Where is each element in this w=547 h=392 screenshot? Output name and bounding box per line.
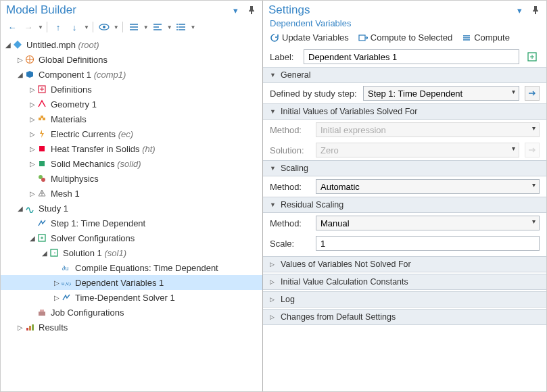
- expand-icon[interactable]: ▷: [52, 279, 62, 287]
- chevron-right-icon: ▷: [270, 261, 277, 268]
- svg-text:∂u: ∂u: [62, 265, 68, 272]
- node-suffix: (ec): [118, 129, 133, 139]
- section-title: Initial Values of Variables Solved For: [281, 107, 417, 116]
- svg-rect-12: [39, 161, 45, 166]
- study-step-select[interactable]: Step 1: Time Dependent: [363, 86, 519, 101]
- study-icon: [25, 203, 37, 213]
- tree-definitions[interactable]: ▷ Definitions: [1, 82, 262, 97]
- node-label: Global Definitions: [37, 55, 108, 65]
- expand-icon[interactable]: ▷: [28, 130, 37, 138]
- node-label: Electric Currents: [51, 129, 116, 139]
- tree-step1[interactable]: ▷ Step 1: Time Dependent: [1, 216, 262, 230]
- tree-study[interactable]: ◢ Study 1: [1, 201, 262, 216]
- show-icon[interactable]: [97, 20, 112, 34]
- expand-icon[interactable]: ▷: [28, 160, 37, 168]
- settings-header: Settings ▾: [263, 1, 546, 18]
- compute-to-selected-button[interactable]: Compute to Selected: [358, 32, 452, 43]
- tree-component[interactable]: ◢ Component 1 (comp1): [1, 67, 262, 82]
- scaling-method-select[interactable]: Automatic: [316, 179, 540, 194]
- expand-icon[interactable]: [150, 20, 165, 34]
- tree-td-solver[interactable]: ▷ Time-Dependent Solver 1: [1, 290, 262, 305]
- action-label: Update Variables: [282, 32, 349, 43]
- tree-geometry[interactable]: ▷ Geometry 1: [1, 97, 262, 112]
- section-title: General: [281, 70, 310, 80]
- section-general[interactable]: ▼ General: [263, 67, 546, 83]
- expand-icon[interactable]: ▷: [28, 145, 37, 153]
- node-label: Mesh 1: [49, 189, 80, 199]
- down-button[interactable]: ↓: [67, 20, 82, 34]
- svg-rect-23: [29, 326, 31, 330]
- section-residual-scaling[interactable]: ▼ Residual Scaling: [263, 197, 546, 213]
- chevron-down-icon: ▼: [270, 108, 277, 115]
- pin-icon[interactable]: [246, 5, 257, 16]
- expand-icon[interactable]: ▷: [52, 294, 62, 301]
- tree-mesh[interactable]: ▷ Mesh 1: [1, 186, 262, 201]
- method-label: Method:: [270, 218, 310, 228]
- scale-input[interactable]: [316, 236, 540, 251]
- box-icon: [25, 70, 37, 79]
- tree-solid-mechanics[interactable]: ▷ Solid Mechanics (solid): [1, 156, 262, 171]
- solution-icon: ⋮⋮: [49, 248, 62, 258]
- tree-solution1[interactable]: ◢ ⋮⋮ Solution 1 (sol1): [1, 245, 262, 260]
- expand-icon[interactable]: ▷: [28, 116, 37, 123]
- settings-title: Settings: [268, 3, 514, 17]
- tree-materials[interactable]: ▷ Materials: [1, 112, 262, 126]
- collapse-icon[interactable]: ◢: [3, 41, 13, 49]
- solution-label: Solution:: [270, 145, 310, 155]
- svg-rect-11: [39, 146, 45, 151]
- expand-icon[interactable]: ▷: [28, 86, 37, 93]
- forward-button[interactable]: →: [21, 20, 36, 34]
- section-log[interactable]: ▷ Log: [263, 291, 546, 308]
- chevron-down-icon: ▼: [270, 72, 277, 78]
- collapse-icon[interactable]: [126, 20, 141, 34]
- resid-method-select[interactable]: Manual: [316, 216, 540, 230]
- collapse-icon[interactable]: ◢: [16, 71, 25, 78]
- section-scaling[interactable]: ▼ Scaling: [263, 160, 546, 176]
- tree-electric-currents[interactable]: ▷ Electric Currents (ec): [1, 126, 262, 141]
- panel-menu-icon[interactable]: ▾: [230, 5, 241, 16]
- label-input[interactable]: [304, 49, 519, 64]
- svg-rect-22: [26, 328, 28, 330]
- tree-global-definitions[interactable]: ▷ Global Definitions: [1, 52, 262, 67]
- goto-source-button[interactable]: [525, 49, 540, 64]
- compute-button[interactable]: Compute: [462, 32, 510, 43]
- expand-icon[interactable]: ▷: [16, 56, 25, 64]
- tree-root[interactable]: ◢ Untitled.mph (root): [1, 37, 262, 52]
- svg-rect-21: [40, 310, 44, 312]
- tree-solver-config[interactable]: ◢ Solver Configurations: [1, 230, 262, 245]
- model-builder-header: Model Builder ▾: [1, 1, 262, 18]
- section-initial-values-solved[interactable]: ▼ Initial Values of Variables Solved For: [263, 103, 546, 120]
- electric-icon: [37, 129, 49, 139]
- definitions-icon: [37, 84, 49, 94]
- list-icon[interactable]: [174, 20, 189, 34]
- section-initial-calc-constants[interactable]: ▷ Initial Value Calculation Constants: [263, 274, 546, 290]
- geometry-icon: [37, 99, 49, 109]
- results-icon: [25, 322, 37, 332]
- tree-results[interactable]: ▷ Results: [1, 320, 262, 335]
- collapse-icon[interactable]: ◢: [40, 249, 49, 257]
- tree-dependent-variables[interactable]: ▷ u,v,w Dependent Variables 1: [1, 275, 262, 290]
- tree-multiphysics[interactable]: ▷ Multiphysics: [1, 171, 262, 186]
- panel-menu-icon[interactable]: ▾: [514, 5, 525, 16]
- section-changes-default[interactable]: ▷ Changes from Default Settings: [263, 309, 546, 325]
- node-label: Study 1: [37, 203, 68, 214]
- collapse-icon[interactable]: ◢: [28, 235, 37, 242]
- expand-icon[interactable]: ▷: [28, 101, 37, 108]
- model-icon: [13, 40, 25, 49]
- expand-icon[interactable]: ▷: [28, 190, 37, 197]
- pin-icon[interactable]: [530, 5, 541, 16]
- node-suffix: (sol1): [104, 248, 126, 258]
- back-button[interactable]: ←: [5, 20, 20, 34]
- tree-heat-transfer[interactable]: ▷ Heat Transfer in Solids (ht): [1, 141, 262, 156]
- node-label: Results: [37, 322, 68, 333]
- tree-compile-eq[interactable]: ▷ ∂u Compile Equations: Time Dependent: [1, 260, 262, 275]
- node-label: Untitled.mph: [26, 40, 76, 50]
- update-variables-button[interactable]: Update Variables: [270, 32, 349, 43]
- defined-by-row: Defined by study step: Step 1: Time Depe…: [263, 83, 546, 103]
- section-values-not-solved[interactable]: ▷ Values of Variables Not Solved For: [263, 256, 546, 272]
- collapse-icon[interactable]: ◢: [16, 205, 25, 212]
- tree-job-config[interactable]: ▷ Job Configurations: [1, 305, 262, 320]
- expand-icon[interactable]: ▷: [16, 324, 25, 331]
- goto-step-button[interactable]: [525, 86, 540, 101]
- up-button[interactable]: ↑: [51, 20, 66, 34]
